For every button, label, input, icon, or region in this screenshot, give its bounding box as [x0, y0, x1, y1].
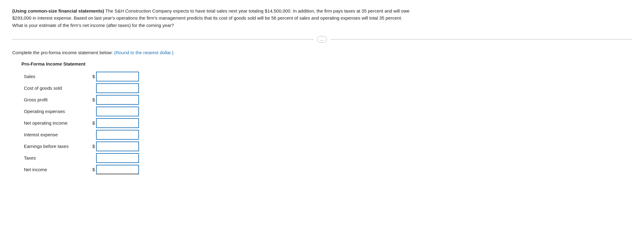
row-label: Taxes	[21, 152, 89, 164]
dollar-sign: $	[89, 94, 96, 106]
table-row: Earnings before taxes$	[21, 141, 139, 152]
input-cell[interactable]	[96, 117, 139, 129]
dollar-sign	[89, 152, 96, 164]
dollar-sign: $	[89, 117, 96, 129]
table-row: Net operating income$	[21, 117, 139, 129]
table-row: Sales$	[21, 71, 139, 82]
row-label: Gross profit	[21, 94, 89, 106]
input-net-income[interactable]	[96, 165, 139, 175]
row-label: Sales	[21, 71, 89, 82]
divider-line-right	[331, 39, 632, 40]
input-interest-expense[interactable]	[96, 130, 139, 140]
dollar-sign: $	[89, 71, 96, 82]
table-row: Gross profit$	[21, 94, 139, 106]
row-label: Operating expenses	[21, 106, 89, 117]
divider-line-left	[12, 39, 313, 40]
input-cell[interactable]	[96, 82, 139, 94]
round-note: (Round to the nearest dollar.)	[114, 50, 174, 55]
row-label: Net income	[21, 164, 89, 175]
dollar-sign: $	[89, 141, 96, 152]
dollar-sign	[89, 129, 96, 141]
input-gross-profit[interactable]	[96, 95, 139, 105]
instruction-label: Complete the pro-forma income statement …	[12, 50, 114, 55]
input-operating-expenses[interactable]	[96, 107, 139, 116]
row-label: Interest expense	[21, 129, 89, 141]
dollar-sign	[89, 106, 96, 117]
input-cell[interactable]	[96, 94, 139, 106]
input-cell[interactable]	[96, 164, 139, 175]
row-label: Earnings before taxes	[21, 141, 89, 152]
statement-title: Pro-Forma Income Statement	[21, 61, 632, 66]
divider: ...	[12, 36, 632, 43]
input-cell[interactable]	[96, 129, 139, 141]
input-cell[interactable]	[96, 106, 139, 117]
input-cell[interactable]	[96, 71, 139, 82]
table-row: Net income$	[21, 164, 139, 175]
divider-dots: ...	[317, 36, 327, 43]
table-row: Operating expenses	[21, 106, 139, 117]
row-label: Net operating income	[21, 117, 89, 129]
question-bold-prefix: (Using common-size financial statements)	[12, 8, 104, 13]
income-table: Sales$Cost of goods soldGross profit$Ope…	[21, 71, 139, 175]
table-row: Cost of goods sold	[21, 82, 139, 94]
table-row: Taxes	[21, 152, 139, 164]
input-earnings-before-taxes[interactable]	[96, 141, 139, 151]
input-taxes[interactable]	[96, 153, 139, 163]
question-text: (Using common-size financial statements)…	[12, 7, 410, 29]
dollar-sign: $	[89, 164, 96, 175]
input-net-operating-income[interactable]	[96, 118, 139, 128]
row-label: Cost of goods sold	[21, 82, 89, 94]
input-sales[interactable]	[96, 72, 139, 81]
input-cell[interactable]	[96, 141, 139, 152]
instruction-text: Complete the pro-forma income statement …	[12, 50, 632, 55]
table-row: Interest expense	[21, 129, 139, 141]
input-cell[interactable]	[96, 152, 139, 164]
input-cost-of-goods-sold[interactable]	[96, 83, 139, 93]
dollar-sign	[89, 82, 96, 94]
